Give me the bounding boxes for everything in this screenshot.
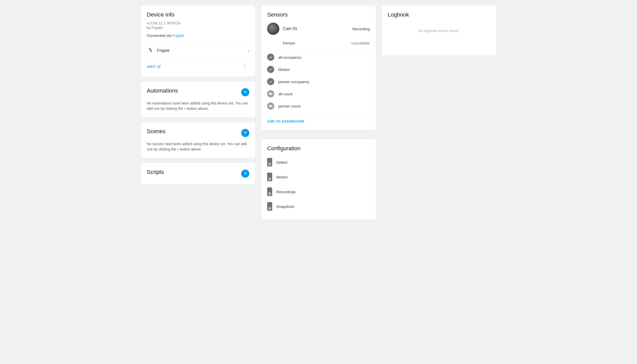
device-info-card: Device info 4.0.0/0.12.1-367d724 by Frig… xyxy=(140,5,256,77)
scripts-title-row: Scripts + xyxy=(147,169,249,178)
logbook-card: Logbook No logbook events found. xyxy=(381,5,497,56)
add-to-dashboard-button[interactable]: ADD TO DASHBOARD xyxy=(267,115,370,124)
sensors-bottom-divider xyxy=(267,114,370,114)
config-label-recordings: Recordings xyxy=(276,190,296,194)
integration-row: Frigate › xyxy=(147,43,249,58)
device-info-title: Device info xyxy=(147,11,249,18)
right-column: Logbook No logbook events found. xyxy=(381,5,497,220)
cam01-thumbnail xyxy=(267,23,279,35)
sensor-item-all-occupancy[interactable]: all occupancy xyxy=(267,51,370,63)
card-actions: VISIT ⋮ xyxy=(147,58,249,71)
external-link-icon xyxy=(157,65,161,68)
add-script-button[interactable]: + xyxy=(241,170,249,178)
sensor-label-person-count: person count xyxy=(278,104,300,108)
config-label-detect: Detect xyxy=(276,160,287,164)
cam01-status: Recording xyxy=(352,27,370,31)
add-scene-button[interactable]: + xyxy=(241,129,249,137)
config-label-snapshots: Snapshots xyxy=(276,204,294,209)
config-label-motion: Motion xyxy=(276,175,288,179)
eye-icon-person-count xyxy=(267,102,274,110)
logbook-title: Logbook xyxy=(388,11,490,18)
svg-line-0 xyxy=(159,65,160,67)
cam01-image xyxy=(267,23,279,35)
toggle-icon-detect xyxy=(267,158,272,166)
scripts-title: Scripts xyxy=(147,169,164,175)
sensors-card: Sensors Cam 01 Recording Person Unavaila… xyxy=(261,5,376,131)
sensors-divider xyxy=(267,49,370,50)
sensor-item-person-count[interactable]: person count xyxy=(267,100,370,112)
sensor-item-person-occupancy[interactable]: person occupancy xyxy=(267,75,370,88)
frigate-link[interactable]: Frigate xyxy=(172,33,184,38)
config-item-recordings[interactable]: Recordings xyxy=(267,184,370,199)
add-automation-button[interactable]: + xyxy=(241,88,249,96)
eye-icon-all-count xyxy=(267,90,274,97)
sensor-label-person-occupancy: person occupancy xyxy=(278,80,309,84)
person-sensor-status: Unavailable xyxy=(351,41,370,45)
scenes-title-row: Scenes + xyxy=(147,128,249,138)
scenes-title: Scenes xyxy=(147,128,165,135)
chevron-right-icon: › xyxy=(248,48,249,53)
configuration-title: Configuration xyxy=(267,145,370,152)
more-options-button[interactable]: ⋮ xyxy=(240,63,249,71)
scenes-description: No scenes have been added using this dev… xyxy=(147,141,249,152)
config-item-snapshots[interactable]: Snapshots xyxy=(267,199,370,214)
cam01-name: Cam 01 xyxy=(283,26,349,31)
integration-label: Frigate xyxy=(157,48,170,53)
person-sensor-row: Person Unavailable xyxy=(267,38,370,48)
automations-title: Automations xyxy=(147,87,178,94)
device-by: by Frigate xyxy=(147,26,249,30)
sensor-label-all-occupancy: all occupancy xyxy=(278,55,301,59)
check-icon-person-occupancy xyxy=(267,78,274,85)
sensor-item-motion[interactable]: Motion xyxy=(267,63,370,75)
scenes-card: Scenes + No scenes have been added using… xyxy=(140,122,256,158)
config-item-motion[interactable]: Motion xyxy=(267,170,370,184)
connected-via: Connected via Frigate xyxy=(147,33,249,38)
scripts-card: Scripts + xyxy=(140,162,256,185)
check-icon-all-occupancy xyxy=(267,54,274,61)
left-column: Device info 4.0.0/0.12.1-367d724 by Frig… xyxy=(140,5,256,220)
sensor-item-all-count[interactable]: all count xyxy=(267,88,370,100)
sensor-label-motion: Motion xyxy=(278,67,290,72)
sensor-label-all-count: all count xyxy=(278,92,293,96)
scripts-inner: Scripts + xyxy=(147,169,249,178)
visit-button[interactable]: VISIT xyxy=(147,65,161,69)
config-item-detect[interactable]: Detect xyxy=(267,155,370,170)
device-version: 4.0.0/0.12.1-367d724 xyxy=(147,21,249,25)
configuration-card: Configuration Detect Motion Recordings S… xyxy=(261,139,376,220)
sensors-title: Sensors xyxy=(267,11,370,18)
automations-description: No automations have been added using thi… xyxy=(147,101,249,111)
check-icon-motion xyxy=(267,66,274,73)
frigate-icon xyxy=(147,47,154,54)
automations-card: Automations + No automations have been a… xyxy=(140,81,256,118)
toggle-icon-motion xyxy=(267,173,272,181)
logbook-empty-message: No logbook events found. xyxy=(388,21,490,40)
person-sensor-label: Person xyxy=(283,41,348,45)
integration-name-area: Frigate xyxy=(147,47,170,54)
toggle-icon-recordings xyxy=(267,187,272,196)
cam01-row: Cam 01 Recording xyxy=(267,23,370,35)
automations-title-row: Automations + xyxy=(147,87,249,97)
middle-column: Sensors Cam 01 Recording Person Unavaila… xyxy=(261,5,376,220)
toggle-icon-snapshots xyxy=(267,202,272,211)
